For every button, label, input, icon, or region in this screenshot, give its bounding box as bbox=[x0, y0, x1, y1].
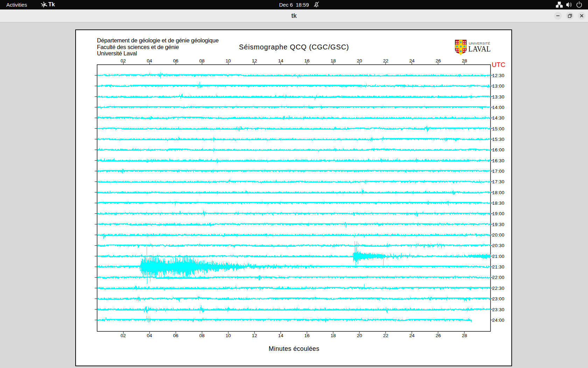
svg-text:LAVAL: LAVAL bbox=[468, 44, 491, 53]
